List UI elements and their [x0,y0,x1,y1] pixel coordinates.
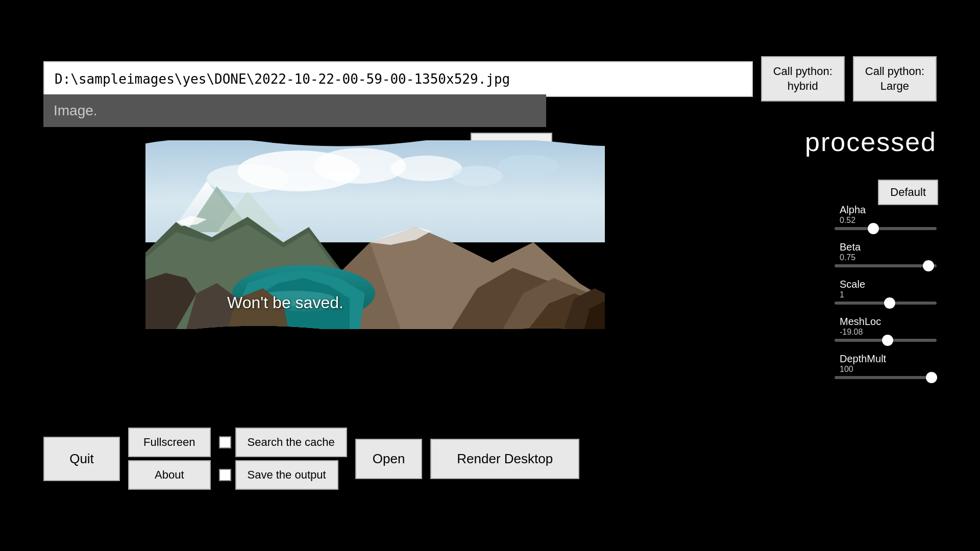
render-desktop-button[interactable]: Render Desktop [430,439,579,479]
meshloc-label: MeshLoc [840,316,937,328]
scale-thumb[interactable] [884,297,895,309]
svg-point-4 [390,156,462,181]
alpha-thumb[interactable] [868,223,879,234]
svg-point-3 [207,164,288,193]
meshloc-thumb[interactable] [882,335,893,346]
depthmult-track[interactable] [835,376,937,379]
bottom-bar: Quit Fullscreen About Search the cache S… [43,428,937,490]
beta-track[interactable] [835,264,937,267]
beta-slider-group: Beta 0.75 [835,241,937,267]
search-cache-button[interactable]: Search the cache [235,428,347,457]
save-output-checkbox[interactable] [219,469,231,481]
save-output-button[interactable]: Save the output [235,460,338,490]
fullscreen-about-group: Fullscreen About [128,428,211,490]
about-button[interactable]: About [128,460,211,490]
open-button[interactable]: Open [355,439,423,479]
beta-value: 0.75 [840,253,937,262]
quit-button[interactable]: Quit [43,437,120,481]
cache-output-group: Search the cache Save the output [219,428,347,490]
call-python-large-button[interactable]: Call python: Large [853,56,937,102]
alpha-value: 0.52 [840,216,937,225]
image-label-text: Image. [54,103,97,118]
processed-label: processed [805,127,937,157]
depthmult-label: DepthMult [840,353,937,365]
depthmult-value: 100 [840,365,937,374]
svg-point-6 [498,155,559,177]
depthmult-thumb[interactable] [926,372,937,383]
call-python-hybrid-button[interactable]: Call python: hybrid [761,56,845,102]
image-area [145,140,605,329]
sliders-panel: Alpha 0.52 Beta 0.75 Scale 1 MeshLoc -19… [835,204,937,390]
depthmult-slider-group: DepthMult 100 [835,353,937,379]
file-path-input[interactable] [43,61,753,97]
scale-label: Scale [840,279,937,290]
alpha-label: Alpha [840,204,937,216]
image-label-bar: Image. [43,94,546,127]
scale-slider-group: Scale 1 [835,279,937,305]
meshloc-slider-group: MeshLoc -19.08 [835,316,937,342]
svg-point-5 [452,166,503,186]
beta-thumb[interactable] [923,260,934,271]
search-cache-checkbox[interactable] [219,436,231,448]
meshloc-track[interactable] [835,339,937,342]
fullscreen-button[interactable]: Fullscreen [128,428,211,457]
beta-label: Beta [840,241,937,253]
save-output-row: Save the output [219,460,347,490]
search-cache-row: Search the cache [219,428,347,457]
wont-be-saved-label: Won't be saved. [227,293,344,312]
scale-track[interactable] [835,302,937,305]
default-button[interactable]: Default [878,180,938,205]
alpha-track[interactable] [835,227,937,230]
alpha-slider-group: Alpha 0.52 [835,204,937,230]
